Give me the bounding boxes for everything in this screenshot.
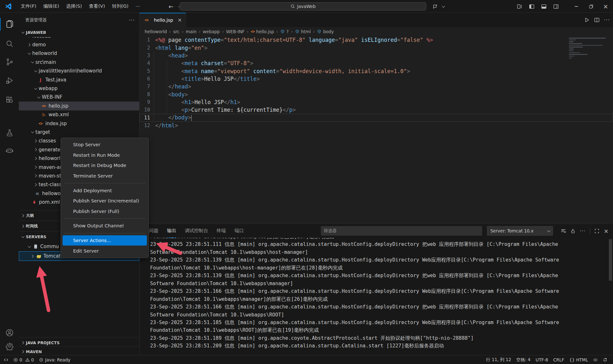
tree-item-web.xml[interactable]: web.xml (19, 110, 139, 119)
panel-more-actions-icon[interactable]: ··· (580, 228, 586, 234)
run-and-debug-icon[interactable] (0, 73, 19, 88)
close-window-button[interactable]: × (598, 0, 613, 13)
search-sidebar-icon[interactable] (0, 36, 19, 51)
panel-scrollbar[interactable] (609, 239, 612, 281)
code-line-8: 8 <body> (140, 90, 613, 98)
tree-item-hello.jsp[interactable]: <>hello.jsp (19, 102, 139, 110)
tree-item-test.java[interactable]: JTest.java (19, 75, 139, 84)
panel-tab-2[interactable]: 调试控制台 (185, 224, 208, 238)
clear-output-icon[interactable] (561, 228, 566, 234)
context-menu-item-restart-in-run-mode[interactable]: Restart in Run Mode (63, 150, 147, 161)
minimize-button[interactable]: ─ (569, 0, 584, 13)
menu-separator (64, 218, 145, 219)
breadcrumb-item-1[interactable]: src (173, 29, 179, 34)
section-header-javaweb[interactable]: JAVAWEB (19, 27, 139, 37)
menubar-item-3[interactable]: 查看(V) (86, 2, 109, 11)
menubar-item-2[interactable]: 选择(S) (63, 2, 86, 11)
copilot-sidebar-icon[interactable] (0, 143, 19, 158)
panel-tab-0[interactable]: 问题 (149, 224, 158, 238)
lock-scroll-icon[interactable] (570, 228, 576, 234)
close-tab-icon[interactable]: × (178, 17, 182, 23)
breadcrumb-item-3[interactable]: webapp (203, 29, 220, 34)
status-item-2[interactable]: UTF-8 (533, 355, 551, 364)
output-channel-select[interactable]: Server: Tomcat 10.x (487, 226, 553, 236)
menubar-item-0[interactable]: 文件(F) (17, 2, 40, 11)
output-filter-input[interactable]: 筛选器 (321, 226, 482, 236)
run-file-icon[interactable] (584, 17, 590, 23)
context-menu-item-server-actions[interactable]: Server Actions... (63, 235, 147, 246)
tab-hello-jsp[interactable]: <> hello.jsp × (140, 13, 186, 27)
notifications-bell-icon[interactable] (600, 355, 610, 364)
status-item-4[interactable]: {} HTML (567, 355, 591, 364)
code-editor[interactable]: 1<%@ page contentType="text/html;charset… (140, 36, 613, 224)
statusbar-copilot-icon[interactable] (591, 355, 600, 364)
menubar-item-5[interactable]: ··· (132, 2, 143, 11)
context-menu-item-terminate-server[interactable]: Terminate Server (63, 171, 147, 181)
context-menu-item-add-deployment[interactable]: Add Deployment (63, 185, 147, 196)
maximize-panel-icon[interactable] (594, 228, 600, 234)
panel-tab-3[interactable]: 终端 (217, 224, 226, 238)
breadcrumb-separator: › (276, 29, 278, 34)
tree-item-index.jsp[interactable]: <>index.jsp (19, 119, 139, 128)
close-panel-icon[interactable]: × (604, 228, 609, 234)
problems-status[interactable]: 0 0 (11, 355, 36, 364)
panel-tab-1[interactable]: 输出 (167, 224, 176, 238)
tree-item-web-inf[interactable]: WEB-INF (19, 93, 139, 102)
copilot-dropdown-icon[interactable] (442, 4, 445, 8)
copilot-chat-icon[interactable] (430, 2, 440, 11)
toggle-secondary-sidebar-icon[interactable] (551, 2, 561, 11)
context-menu-item-publish-server-incremental[interactable]: Publish Server (Incremental) (63, 196, 147, 206)
search-icon (291, 4, 295, 9)
status-item-0[interactable]: 行 11, 列 12 (484, 355, 514, 364)
accounts-icon[interactable] (0, 325, 19, 340)
explorer-icon[interactable] (0, 17, 19, 32)
tree-item-target[interactable]: target (19, 128, 139, 136)
back-icon[interactable]: ← (169, 3, 173, 10)
context-menu-item-stop-server[interactable]: Stop Server (63, 140, 147, 150)
status-item-1[interactable]: 空格: 4 (514, 355, 533, 364)
restore-button[interactable] (584, 0, 598, 13)
tree-item-label: web.xml (49, 112, 69, 118)
editor-more-actions-icon[interactable]: ··· (604, 17, 610, 23)
command-center-search[interactable]: JavaWeb (180, 2, 426, 11)
context-menu-item-restart-in-debug-mode[interactable]: Restart in Debug Mode (63, 160, 147, 171)
breadcrumb-label: WEB-INF (226, 29, 245, 34)
breadcrumb-item-4[interactable]: WEB-INF (226, 29, 245, 34)
toggle-panel-icon[interactable] (539, 2, 549, 11)
section-header-maven[interactable]: MAVEN (19, 346, 139, 355)
chevron-right-icon (34, 174, 37, 178)
chevron-right-icon (34, 139, 37, 142)
breadcrumb-item-8[interactable]: body (317, 29, 334, 34)
status-item-3[interactable]: CRLF (551, 355, 567, 364)
context-menu-item-edit-server[interactable]: Edit Server (63, 246, 147, 256)
code-text: </body> (155, 114, 192, 121)
remote-indicator-icon[interactable] (1, 355, 11, 364)
context-menu-item-show-output-channel[interactable]: Show Output Channel (63, 221, 147, 231)
breadcrumb-item-0[interactable]: helloworld (145, 29, 167, 34)
source-control-icon[interactable] (0, 54, 19, 70)
panel-tab-4[interactable]: 端口 (235, 224, 244, 238)
tree-item-webapp[interactable]: webapp (19, 84, 139, 93)
settings-gear-icon[interactable] (0, 338, 19, 354)
breadcrumb-item-5[interactable]: <>hello.jsp (251, 29, 274, 34)
minimap[interactable] (569, 38, 609, 59)
context-menu-item-publish-server-full[interactable]: Publish Server (Full) (63, 206, 147, 217)
explorer-more-actions-icon[interactable]: ··· (129, 17, 135, 23)
java-status[interactable]: Java: Ready (36, 355, 73, 364)
menubar-item-4[interactable]: 转到(G) (109, 2, 132, 11)
toggle-primary-sidebar-icon[interactable] (527, 2, 536, 11)
menubar-item-1[interactable]: 编辑(E) (40, 2, 63, 11)
split-editor-icon[interactable] (594, 17, 600, 23)
customize-layout-icon[interactable] (515, 2, 524, 11)
output-log: Foundation\Tomcat 10.1\webapps\examples]… (150, 233, 607, 354)
search-text: JavaWeb (297, 4, 316, 9)
breadcrumb-item-6[interactable]: ? (280, 29, 289, 34)
breadcrumb-item-2[interactable]: main (186, 29, 197, 34)
breadcrumb-item-7[interactable]: html (295, 29, 311, 34)
tree-item-demo[interactable]: demo (19, 40, 139, 49)
extensions-icon[interactable] (0, 92, 19, 107)
tree-item-java-littleyanlin-helloworld[interactable]: java\littleyanlin\helloworld (19, 67, 139, 75)
tree-item-helloworld[interactable]: helloworld (19, 49, 139, 58)
tree-item-src-main[interactable]: src\main (19, 58, 139, 66)
testing-icon[interactable] (0, 125, 19, 140)
